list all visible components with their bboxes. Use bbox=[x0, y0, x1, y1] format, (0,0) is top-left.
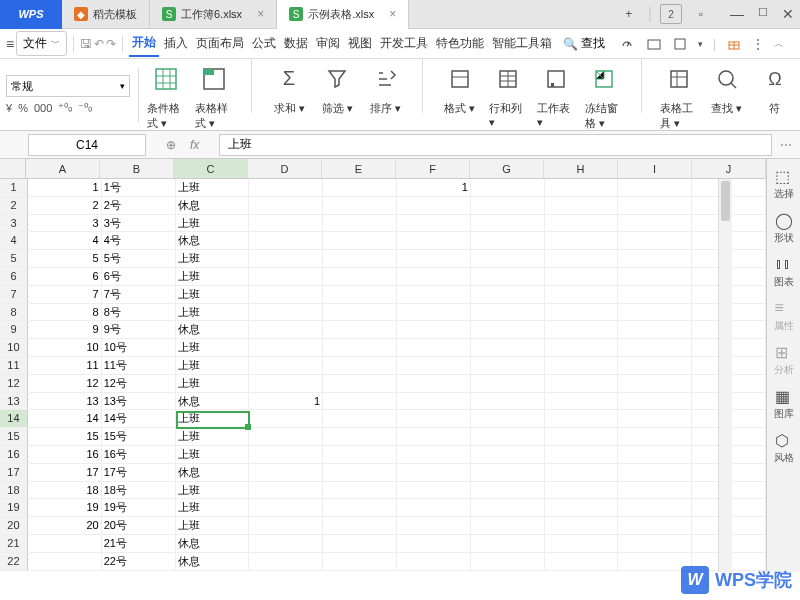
cell[interactable] bbox=[249, 464, 323, 481]
cell[interactable] bbox=[545, 304, 619, 321]
fullscreen-icon[interactable]: ⊕ bbox=[166, 138, 176, 152]
cell[interactable] bbox=[618, 286, 692, 303]
cell[interactable]: 9号 bbox=[102, 321, 176, 338]
increase-decimal-button[interactable]: ⁺⁰₀ bbox=[58, 101, 72, 114]
cell[interactable]: 9 bbox=[28, 321, 102, 338]
percent-button[interactable]: % bbox=[18, 102, 28, 114]
cell[interactable]: 4 bbox=[28, 232, 102, 249]
select-all-corner[interactable] bbox=[0, 159, 26, 178]
cell[interactable] bbox=[545, 428, 619, 445]
cell[interactable] bbox=[323, 286, 397, 303]
cell[interactable] bbox=[249, 215, 323, 232]
side-属性[interactable]: ≡属性 bbox=[774, 299, 794, 333]
row-header[interactable]: 5 bbox=[0, 250, 28, 267]
cell[interactable] bbox=[545, 179, 619, 196]
row-header[interactable]: 7 bbox=[0, 286, 28, 303]
expand-icon[interactable]: ⋯ bbox=[772, 138, 800, 152]
scrollbar-thumb[interactable] bbox=[721, 181, 730, 221]
cell[interactable]: 6 bbox=[28, 268, 102, 285]
cell[interactable] bbox=[545, 446, 619, 463]
cell[interactable] bbox=[249, 286, 323, 303]
cell[interactable] bbox=[471, 179, 545, 196]
cell[interactable] bbox=[397, 428, 471, 445]
cell[interactable] bbox=[618, 215, 692, 232]
cell[interactable] bbox=[618, 410, 692, 427]
cell[interactable] bbox=[249, 232, 323, 249]
col-header-I[interactable]: I bbox=[618, 159, 692, 178]
cell[interactable]: 8号 bbox=[102, 304, 176, 321]
cell[interactable] bbox=[618, 375, 692, 392]
cell[interactable]: 13 bbox=[28, 393, 102, 410]
cell[interactable] bbox=[397, 535, 471, 552]
close-window-icon[interactable]: ✕ bbox=[782, 6, 794, 22]
cell[interactable] bbox=[397, 410, 471, 427]
cell[interactable] bbox=[249, 268, 323, 285]
cell[interactable] bbox=[397, 464, 471, 481]
cell[interactable] bbox=[249, 321, 323, 338]
row-header[interactable]: 11 bbox=[0, 357, 28, 374]
toolbar-[interactable]: 冻结窗格 ▾ bbox=[585, 59, 623, 131]
cell[interactable] bbox=[618, 197, 692, 214]
cell[interactable]: 16 bbox=[28, 446, 102, 463]
cell[interactable]: 上班 bbox=[176, 357, 250, 374]
cell[interactable] bbox=[545, 464, 619, 481]
row-header[interactable]: 17 bbox=[0, 464, 28, 481]
cell[interactable] bbox=[323, 304, 397, 321]
cell[interactable]: 上班 bbox=[176, 482, 250, 499]
undo-icon[interactable]: ↶ bbox=[94, 37, 104, 51]
cell[interactable] bbox=[545, 250, 619, 267]
cell[interactable] bbox=[249, 499, 323, 516]
cell[interactable] bbox=[471, 232, 545, 249]
close-icon[interactable]: × bbox=[389, 7, 396, 21]
cell[interactable]: 上班 bbox=[176, 268, 250, 285]
cell[interactable] bbox=[471, 339, 545, 356]
cell[interactable] bbox=[249, 357, 323, 374]
cell[interactable] bbox=[249, 197, 323, 214]
save-icon[interactable]: 🖫 bbox=[80, 37, 92, 51]
dropdown-icon[interactable]: ▾ bbox=[698, 39, 703, 49]
cell[interactable] bbox=[249, 410, 323, 427]
cell[interactable] bbox=[471, 499, 545, 516]
cell[interactable] bbox=[471, 268, 545, 285]
cell[interactable]: 15号 bbox=[102, 428, 176, 445]
cell[interactable] bbox=[471, 250, 545, 267]
cell[interactable]: 上班 bbox=[176, 304, 250, 321]
cell[interactable] bbox=[323, 482, 397, 499]
row-header[interactable]: 12 bbox=[0, 375, 28, 392]
row-header[interactable]: 10 bbox=[0, 339, 28, 356]
cell[interactable] bbox=[618, 268, 692, 285]
cell[interactable] bbox=[471, 410, 545, 427]
menu-devtools[interactable]: 开发工具 bbox=[377, 31, 431, 56]
cell[interactable]: 休息 bbox=[176, 321, 250, 338]
cell[interactable] bbox=[397, 499, 471, 516]
cell[interactable]: 12号 bbox=[102, 375, 176, 392]
row-header[interactable]: 20 bbox=[0, 517, 28, 534]
number-format-select[interactable]: 常规 ▾ bbox=[6, 75, 130, 97]
cell[interactable]: 7 bbox=[28, 286, 102, 303]
cell[interactable]: 上班 bbox=[176, 499, 250, 516]
row-header[interactable]: 8 bbox=[0, 304, 28, 321]
cell[interactable] bbox=[28, 535, 102, 552]
cell[interactable] bbox=[618, 393, 692, 410]
cell[interactable] bbox=[397, 215, 471, 232]
cell[interactable]: 1 bbox=[28, 179, 102, 196]
menu-insert[interactable]: 插入 bbox=[161, 31, 191, 56]
cell[interactable]: 休息 bbox=[176, 535, 250, 552]
menu-page-layout[interactable]: 页面布局 bbox=[193, 31, 247, 56]
cell[interactable] bbox=[618, 464, 692, 481]
cell[interactable] bbox=[323, 428, 397, 445]
cell[interactable]: 上班 bbox=[176, 215, 250, 232]
cell[interactable] bbox=[397, 268, 471, 285]
cell[interactable]: 11号 bbox=[102, 357, 176, 374]
toolbar-[interactable]: 筛选 ▾ bbox=[318, 59, 356, 116]
cell[interactable] bbox=[249, 482, 323, 499]
cell[interactable] bbox=[618, 357, 692, 374]
name-box[interactable]: C14 bbox=[28, 134, 146, 156]
gift-icon[interactable] bbox=[726, 36, 742, 52]
toolbar-[interactable]: Σ求和 ▾ bbox=[270, 59, 308, 116]
cell[interactable] bbox=[249, 250, 323, 267]
cell[interactable] bbox=[397, 393, 471, 410]
cell[interactable] bbox=[618, 553, 692, 570]
cell[interactable]: 15 bbox=[28, 428, 102, 445]
cell[interactable] bbox=[471, 464, 545, 481]
